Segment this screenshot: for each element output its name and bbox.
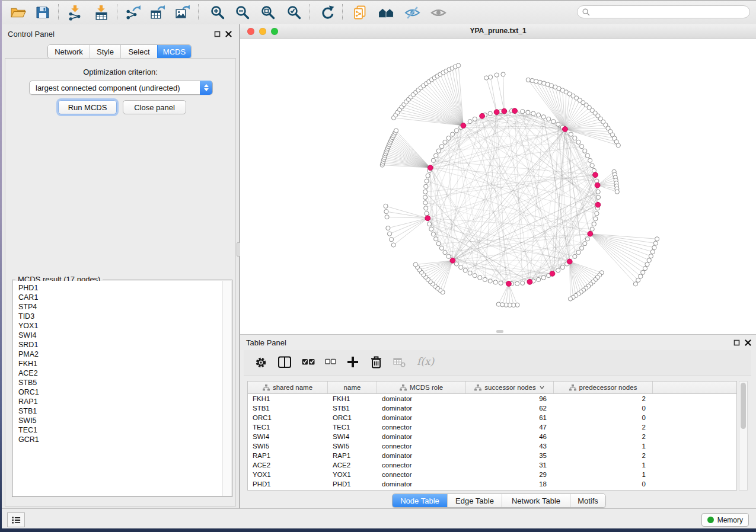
column-header-name[interactable]: name xyxy=(328,382,377,393)
node[interactable] xyxy=(595,211,599,216)
node[interactable] xyxy=(385,215,389,219)
tab-network[interactable]: Network xyxy=(48,45,90,58)
node[interactable] xyxy=(515,281,519,286)
dominator-node[interactable] xyxy=(428,165,433,171)
node[interactable] xyxy=(639,274,643,278)
table-row[interactable]: FKH1FKH1dominator962 xyxy=(248,394,736,403)
node[interactable] xyxy=(580,246,584,250)
table-row[interactable]: YOX1YOX1connector291 xyxy=(248,470,736,479)
node[interactable] xyxy=(431,158,435,162)
node[interactable] xyxy=(424,184,428,188)
mcds-result-item[interactable]: CAR1 xyxy=(13,293,223,302)
memory-button[interactable]: Memory xyxy=(701,513,749,527)
node[interactable] xyxy=(530,78,534,82)
node[interactable] xyxy=(585,237,589,241)
node[interactable] xyxy=(556,122,560,126)
node[interactable] xyxy=(391,243,395,247)
close-panel-action-button[interactable]: Close panel xyxy=(123,100,186,114)
dominator-node[interactable] xyxy=(527,279,532,284)
zoom-selected-button[interactable] xyxy=(283,2,305,23)
criterion-dropdown[interactable]: largest connected component (undirected) xyxy=(29,81,213,95)
tab-mcds[interactable]: MCDS xyxy=(157,45,191,58)
node[interactable] xyxy=(652,245,656,249)
node[interactable] xyxy=(463,268,467,273)
mcds-result-item[interactable]: PHD1 xyxy=(13,283,223,293)
node[interactable] xyxy=(647,258,651,262)
node[interactable] xyxy=(569,132,573,136)
node[interactable] xyxy=(633,282,637,286)
dominator-node[interactable] xyxy=(595,202,601,207)
node[interactable] xyxy=(547,117,551,121)
column-header-successor-nodes[interactable]: successor nodes xyxy=(466,382,554,393)
horizontal-splitter-handle[interactable] xyxy=(496,330,503,333)
node[interactable] xyxy=(478,275,482,280)
node[interactable] xyxy=(488,111,492,116)
deselect-all-button[interactable] xyxy=(325,356,336,370)
node[interactable] xyxy=(521,110,525,114)
mcds-result-list[interactable]: PHD1CAR1STP4TID3YOX1SWI4SRD1PMA2FKH1ACE2… xyxy=(13,283,223,496)
dominator-node[interactable] xyxy=(563,127,568,132)
node[interactable] xyxy=(429,227,433,231)
node[interactable] xyxy=(423,195,427,199)
node[interactable] xyxy=(495,73,499,77)
table-row[interactable]: RAP1RAP1dominator352 xyxy=(248,451,736,460)
dominator-node[interactable] xyxy=(593,172,598,178)
node[interactable] xyxy=(641,270,645,274)
export-image-button[interactable] xyxy=(171,2,193,23)
mcds-result-item[interactable]: SRD1 xyxy=(13,340,223,350)
node[interactable] xyxy=(636,278,640,282)
table-row[interactable]: TEC1TEC1connector472 xyxy=(248,422,736,432)
show-all-button[interactable] xyxy=(427,2,449,23)
node[interactable] xyxy=(585,153,589,158)
mcds-result-item[interactable]: TEC1 xyxy=(13,425,223,435)
node[interactable] xyxy=(384,210,388,214)
table-scrollbar-thumb[interactable] xyxy=(741,383,746,429)
zoom-fit-button[interactable] xyxy=(257,2,279,23)
dominator-node[interactable] xyxy=(494,110,499,115)
node[interactable] xyxy=(650,250,655,254)
mcds-result-item[interactable]: RAP1 xyxy=(13,397,223,406)
zoom-in-button[interactable] xyxy=(206,2,229,23)
node[interactable] xyxy=(457,63,461,68)
mcds-result-item[interactable]: ACE2 xyxy=(13,368,223,378)
node[interactable] xyxy=(434,153,438,158)
node[interactable] xyxy=(439,145,444,149)
select-all-button[interactable] xyxy=(302,355,315,371)
node[interactable] xyxy=(573,254,577,258)
node[interactable] xyxy=(489,75,493,79)
node[interactable] xyxy=(436,149,441,153)
tab-style[interactable]: Style xyxy=(90,45,120,58)
tab-edge-table[interactable]: Edge Table xyxy=(447,494,502,507)
node[interactable] xyxy=(526,110,530,114)
table-row[interactable]: SWI5SWI5connector431 xyxy=(248,441,736,451)
node[interactable] xyxy=(443,140,447,144)
export-table-button[interactable] xyxy=(146,2,168,23)
first-neighbors-button[interactable] xyxy=(375,2,397,23)
dominator-node[interactable] xyxy=(480,113,485,118)
refresh-button[interactable] xyxy=(316,2,339,23)
node[interactable] xyxy=(531,111,535,116)
node[interactable] xyxy=(434,237,438,241)
clone-network-button[interactable] xyxy=(349,2,371,23)
delete-column-button[interactable] xyxy=(369,355,383,371)
dominator-node[interactable] xyxy=(461,123,466,129)
node[interactable] xyxy=(387,232,391,236)
node[interactable] xyxy=(459,265,463,270)
node[interactable] xyxy=(551,120,556,124)
dominator-node[interactable] xyxy=(567,259,572,264)
mcds-result-item[interactable]: STP4 xyxy=(13,302,223,312)
node[interactable] xyxy=(390,238,394,242)
node[interactable] xyxy=(488,279,492,283)
node[interactable] xyxy=(454,129,458,133)
node[interactable] xyxy=(426,174,430,178)
node[interactable] xyxy=(423,190,428,194)
dominator-node[interactable] xyxy=(550,271,555,277)
node[interactable] xyxy=(583,242,587,246)
network-canvas[interactable] xyxy=(240,39,756,334)
node[interactable] xyxy=(653,241,658,245)
task-history-button[interactable] xyxy=(7,512,25,527)
node[interactable] xyxy=(576,251,580,255)
node[interactable] xyxy=(537,113,541,117)
node[interactable] xyxy=(439,246,444,250)
mcds-result-item[interactable]: STB5 xyxy=(13,378,223,387)
